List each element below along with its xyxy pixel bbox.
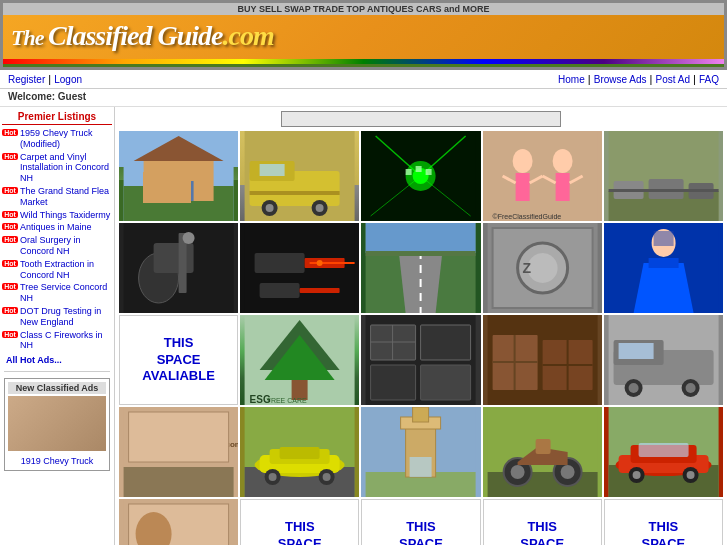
wall-image: www.theClassifiedguide.com <box>119 407 238 497</box>
ad1-image <box>119 499 238 545</box>
grid-cell-1[interactable] <box>240 131 359 221</box>
svg-text:©FreeClassifiedGuide: ©FreeClassifiedGuide <box>492 213 561 220</box>
hot-badge-4: Hot <box>2 223 18 230</box>
banner-wrapper: BUY SELL SWAP TRADE TOP ANTIQUES CARS an… <box>0 0 727 70</box>
grid-cell-8[interactable]: Z <box>483 223 602 313</box>
grid-cell-4[interactable] <box>604 131 723 221</box>
banner-logo-area: The Classified Guide.com <box>3 15 724 59</box>
golf-image <box>119 223 238 313</box>
svg-rect-55 <box>366 223 476 253</box>
laser2-svg <box>240 223 359 313</box>
welcome-bar: Welcome: Guest <box>0 89 727 107</box>
sidebar-item-2: Hot The Grand Stand Flea Market <box>2 186 112 208</box>
sidebar-link-8[interactable]: DOT Drug Testing in New England <box>20 306 112 328</box>
avail-line1-1: THIS <box>264 519 336 536</box>
boxes-svg <box>361 315 480 405</box>
grid-cell-available-2[interactable]: THIS SPACE AVALIABLE <box>361 499 480 545</box>
dance-image: ©FreeClassifiedGuide <box>483 131 602 221</box>
avail-line1-4: THIS <box>627 519 699 536</box>
logo-text: The Classified Guide.com <box>11 20 274 52</box>
hot-badge-0: Hot <box>2 129 18 136</box>
grid-cell-15[interactable] <box>240 407 359 497</box>
sidebar-link-9[interactable]: Class C Fireworks in NH <box>20 330 112 352</box>
grid-cell-2[interactable] <box>361 131 480 221</box>
svg-rect-23 <box>426 169 432 175</box>
laser-svg <box>361 131 480 221</box>
svg-rect-113 <box>413 407 429 422</box>
grid-cell-6[interactable] <box>240 223 359 313</box>
grid-cell-12[interactable] <box>483 315 602 405</box>
sidebar-divider <box>4 371 110 372</box>
svg-point-132 <box>686 471 694 479</box>
svg-point-10 <box>266 204 274 212</box>
grid-cell-7[interactable] <box>361 223 480 313</box>
svg-point-29 <box>552 149 572 173</box>
grid-cell-available-1[interactable]: THIS SPACE AVALIABLE <box>240 499 359 545</box>
grid-cell-14[interactable]: www.theClassifiedguide.com <box>119 407 238 497</box>
sidebar-link-4[interactable]: Antiques in Maine <box>20 222 92 233</box>
post-ad-link[interactable]: Post Ad <box>656 74 690 85</box>
grid-cell-13[interactable] <box>604 315 723 405</box>
available-text-3: THIS SPACE AVALIABLE <box>506 519 578 545</box>
available-text-0: THIS SPACE AVALIABLE <box>142 335 214 386</box>
esg-image: ESG TREE CARE <box>240 315 359 405</box>
grid-cell-available-3[interactable]: THIS SPACE AVALIABLE <box>483 499 602 545</box>
hot-badge-2: Hot <box>2 187 18 194</box>
hot-badge-1: Hot <box>2 153 18 160</box>
browse-ads-link[interactable]: Browse Ads <box>594 74 647 85</box>
grid-cell-19[interactable] <box>119 499 238 545</box>
avail-line2-2: SPACE <box>385 536 457 545</box>
all-hot-ads-link[interactable]: All Hot Ads... <box>6 355 112 365</box>
grid-cell-3[interactable]: ©FreeClassifiedGuide <box>483 131 602 221</box>
svg-rect-13 <box>250 191 340 195</box>
corvette-image <box>240 407 359 497</box>
sidebar-link-2[interactable]: The Grand Stand Flea Market <box>20 186 112 208</box>
grid-cell-18[interactable] <box>604 407 723 497</box>
banner-top-text: BUY SELL SWAP TRADE TOP ANTIQUES CARS an… <box>238 4 490 14</box>
sidebar-item-3: Hot Wild Things Taxidermy <box>2 210 112 221</box>
grid-cell-5[interactable] <box>119 223 238 313</box>
svg-rect-2 <box>144 161 214 201</box>
svg-rect-76 <box>371 365 416 400</box>
grid-cell-10[interactable]: ESG TREE CARE <box>240 315 359 405</box>
available-text-2: THIS SPACE AVALIABLE <box>385 519 457 545</box>
welcome-text: Welcome: <box>8 91 55 102</box>
svg-point-92 <box>628 383 638 393</box>
sidebar-link-7[interactable]: Tree Service Concord NH <box>20 282 112 304</box>
grid-cell-11[interactable] <box>361 315 480 405</box>
sidebar-link-0[interactable]: 1959 Chevy Truck (Modified) <box>20 128 112 150</box>
faq-link[interactable]: FAQ <box>699 74 719 85</box>
grid-cell-available-0[interactable]: THIS SPACE AVALIABLE <box>119 315 238 405</box>
sidebar-link-6[interactable]: Tooth Extraction in Concord NH <box>20 259 112 281</box>
grid-cell-0[interactable] <box>119 131 238 221</box>
grid-cell-17[interactable] <box>483 407 602 497</box>
svg-rect-122 <box>535 439 550 454</box>
svg-marker-64 <box>633 263 693 313</box>
avail-line1-3: THIS <box>506 519 578 536</box>
avail-line2-1: SPACE <box>264 536 336 545</box>
svg-point-12 <box>316 204 324 212</box>
sidebar-link-5[interactable]: Oral Surgery in Concord NH <box>20 235 112 257</box>
boxes-image <box>361 315 480 405</box>
tower-image <box>361 407 480 497</box>
moto-svg <box>483 407 602 497</box>
grid-cell-16[interactable] <box>361 407 480 497</box>
svg-rect-39 <box>608 189 718 192</box>
main-container: Premier Listings Hot 1959 Chevy Truck (M… <box>0 107 727 545</box>
sidebar-link-1[interactable]: Carpet and Vinyl Installation in Concord… <box>20 152 112 184</box>
logon-link[interactable]: Logon <box>54 74 82 85</box>
grid-cell-available-4[interactable]: THIS SPACE AVALIABLE <box>604 499 723 545</box>
avail-line2-3: SPACE <box>506 536 578 545</box>
register-link[interactable]: Register <box>8 74 45 85</box>
sidebar-new-item-link[interactable]: 1919 Chevy Truck <box>21 456 94 466</box>
laser-image <box>361 131 480 221</box>
hot-badge-9: Hot <box>2 331 18 338</box>
grid-cell-9[interactable] <box>604 223 723 313</box>
search-input[interactable] <box>281 111 561 127</box>
home-link[interactable]: Home <box>558 74 585 85</box>
truck-svg <box>240 131 359 221</box>
svg-point-108 <box>323 473 331 481</box>
crates-image <box>483 315 602 405</box>
sidebar-link-3[interactable]: Wild Things Taxidermy <box>20 210 110 221</box>
nav-bar: Register | Logon Home | Browse Ads | Pos… <box>0 70 727 89</box>
